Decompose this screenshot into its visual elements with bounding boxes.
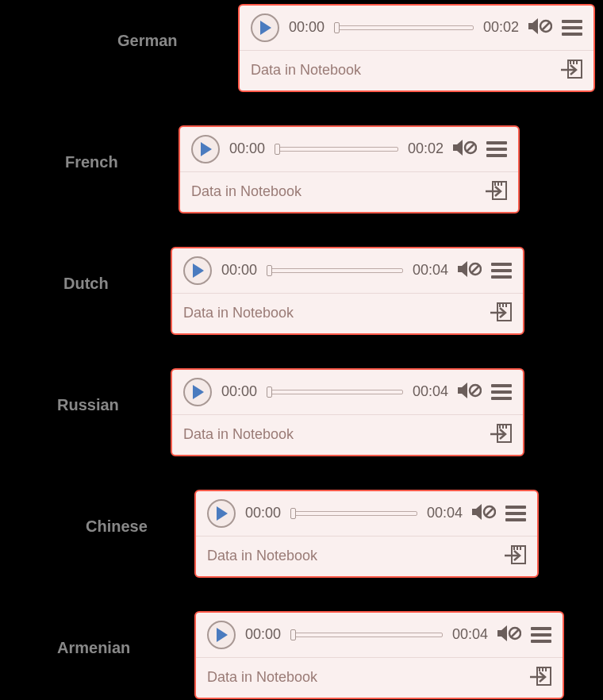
- export-icon[interactable]: [485, 180, 507, 204]
- svg-line-30: [471, 387, 479, 394]
- svg-marker-27: [193, 385, 204, 399]
- audio-player: 00:0000:04Data in Notebook: [171, 368, 524, 456]
- seek-slider[interactable]: [267, 265, 403, 276]
- data-location-label: Data in Notebook: [207, 548, 317, 564]
- data-location-label: Data in Notebook: [251, 62, 361, 79]
- time-duration: 00:02: [408, 140, 444, 157]
- language-label: Armenian: [57, 639, 146, 657]
- language-label: Chinese: [86, 517, 163, 536]
- svg-marker-0: [260, 21, 271, 35]
- play-button[interactable]: [191, 135, 220, 163]
- svg-marker-46: [497, 625, 507, 641]
- seek-slider[interactable]: [290, 629, 443, 640]
- time-duration: 00:04: [427, 505, 463, 521]
- svg-marker-1: [528, 18, 538, 34]
- audio-player: 00:0000:04Data in Notebook: [194, 490, 539, 578]
- svg-line-39: [486, 508, 494, 516]
- play-button[interactable]: [183, 378, 212, 406]
- time-duration: 00:04: [452, 626, 488, 643]
- play-button[interactable]: [207, 499, 236, 528]
- data-location-label: Data in Notebook: [191, 183, 302, 200]
- export-icon[interactable]: [490, 302, 512, 325]
- hamburger-menu-icon[interactable]: [562, 20, 582, 36]
- svg-marker-10: [453, 140, 463, 156]
- hamburger-menu-icon[interactable]: [491, 384, 512, 400]
- svg-line-21: [471, 265, 479, 273]
- seek-slider[interactable]: [275, 144, 398, 155]
- audio-player: 00:0000:02Data in Notebook: [238, 4, 595, 92]
- data-location-label: Data in Notebook: [183, 305, 294, 321]
- mute-icon[interactable]: [458, 382, 482, 402]
- svg-marker-37: [472, 504, 482, 520]
- play-button[interactable]: [207, 621, 236, 649]
- hamburger-menu-icon[interactable]: [531, 627, 551, 643]
- seek-slider[interactable]: [267, 387, 403, 398]
- seek-slider[interactable]: [290, 508, 417, 519]
- svg-marker-36: [217, 506, 228, 521]
- audio-player: 00:0000:04Data in Notebook: [171, 247, 524, 335]
- export-icon[interactable]: [504, 544, 526, 568]
- play-button[interactable]: [251, 13, 279, 42]
- data-location-label: Data in Notebook: [183, 426, 294, 443]
- mute-icon[interactable]: [497, 625, 521, 645]
- mute-icon[interactable]: [458, 260, 482, 281]
- language-label: German: [117, 32, 194, 50]
- export-icon[interactable]: [529, 666, 551, 690]
- language-label: French: [65, 153, 134, 171]
- time-current: 00:00: [289, 19, 325, 36]
- data-location-label: Data in Notebook: [207, 669, 317, 686]
- svg-line-48: [511, 629, 519, 637]
- time-current: 00:00: [221, 383, 257, 400]
- audio-player: 00:0000:02Data in Notebook: [179, 125, 520, 213]
- play-button[interactable]: [183, 256, 212, 285]
- hamburger-menu-icon[interactable]: [491, 263, 512, 279]
- time-duration: 00:04: [413, 383, 448, 400]
- hamburger-menu-icon[interactable]: [505, 506, 526, 521]
- svg-marker-9: [201, 142, 212, 156]
- svg-line-12: [467, 144, 474, 152]
- language-label: Dutch: [63, 275, 125, 293]
- audio-player: 00:0000:04Data in Notebook: [194, 611, 564, 699]
- svg-marker-18: [193, 263, 204, 278]
- export-icon[interactable]: [490, 423, 512, 447]
- time-current: 00:00: [221, 262, 257, 279]
- seek-slider[interactable]: [334, 22, 474, 33]
- time-current: 00:00: [245, 505, 281, 521]
- svg-marker-45: [217, 628, 228, 642]
- language-label: Russian: [57, 396, 135, 414]
- mute-icon[interactable]: [453, 139, 477, 160]
- time-current: 00:00: [245, 626, 281, 643]
- mute-icon[interactable]: [528, 17, 552, 38]
- mute-icon[interactable]: [472, 503, 496, 524]
- svg-marker-19: [458, 261, 467, 277]
- svg-line-3: [542, 22, 550, 30]
- time-duration: 00:04: [413, 262, 448, 279]
- hamburger-menu-icon[interactable]: [486, 141, 507, 157]
- export-icon[interactable]: [560, 59, 582, 83]
- time-current: 00:00: [229, 140, 265, 157]
- time-duration: 00:02: [483, 19, 519, 36]
- svg-marker-28: [458, 383, 467, 398]
